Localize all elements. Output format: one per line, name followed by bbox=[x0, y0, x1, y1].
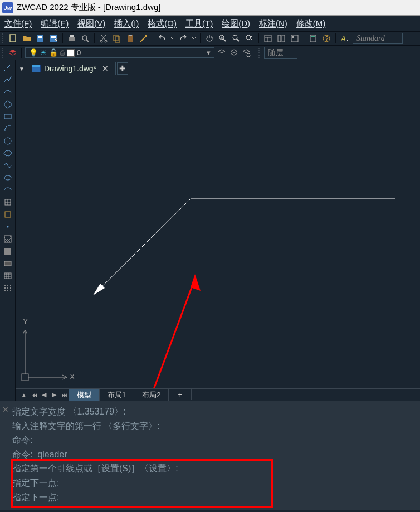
svg-rect-2 bbox=[38, 36, 42, 38]
toolbar-grip[interactable] bbox=[2, 33, 6, 43]
layer-prev-icon[interactable] bbox=[217, 48, 227, 58]
menu-view[interactable]: 视图(V) bbox=[77, 18, 105, 29]
undo-dropdown-icon[interactable] bbox=[170, 33, 175, 43]
block-insert-icon[interactable] bbox=[2, 197, 14, 207]
menu-format[interactable]: 格式(O) bbox=[148, 18, 177, 29]
bylayer-select[interactable]: 随层 bbox=[264, 47, 297, 59]
paste-icon[interactable] bbox=[125, 33, 136, 43]
layout-tab-2[interactable]: 布局2 bbox=[134, 389, 169, 401]
cmd-close-icon[interactable]: ✕ bbox=[2, 403, 9, 416]
circle-icon[interactable] bbox=[2, 136, 14, 146]
drawing-canvas[interactable]: X Y bbox=[16, 77, 420, 388]
svg-point-51 bbox=[7, 285, 8, 286]
layout-next-icon[interactable]: ▶ bbox=[49, 390, 59, 400]
gradient-icon[interactable] bbox=[2, 246, 14, 256]
menu-file[interactable]: 文件(F) bbox=[4, 18, 32, 29]
menu-edit[interactable]: 编辑(E) bbox=[41, 18, 69, 29]
menu-insert[interactable]: 插入(I) bbox=[114, 18, 139, 29]
svg-rect-11 bbox=[114, 35, 118, 41]
region-icon[interactable] bbox=[2, 259, 14, 269]
redo-dropdown-icon[interactable] bbox=[191, 33, 197, 43]
document-tab-active[interactable]: Drawing1.dwg* ✕ bbox=[27, 62, 116, 75]
svg-rect-25 bbox=[278, 35, 281, 42]
table-icon[interactable] bbox=[2, 271, 14, 281]
svg-rect-36 bbox=[4, 114, 11, 119]
svg-rect-44 bbox=[4, 261, 11, 266]
ellipse-arc-icon[interactable] bbox=[2, 185, 14, 195]
svg-rect-40 bbox=[5, 212, 11, 217]
layout-last-icon[interactable]: ⏭ bbox=[59, 390, 69, 400]
tab-dropdown-icon[interactable]: ▼ bbox=[18, 66, 26, 72]
text-style-icon[interactable]: A bbox=[339, 33, 350, 43]
color-swatch bbox=[67, 49, 75, 57]
layout-prev-icon[interactable]: ◀ bbox=[39, 390, 49, 400]
print-icon: ⎙ bbox=[60, 48, 65, 57]
revcloud-icon[interactable] bbox=[2, 148, 14, 158]
zoom-win-icon[interactable] bbox=[231, 33, 242, 43]
menu-draw[interactable]: 绘图(D) bbox=[222, 18, 250, 29]
new-icon[interactable] bbox=[8, 33, 19, 43]
layout-tab-model[interactable]: 模型 bbox=[69, 389, 100, 401]
save-icon[interactable] bbox=[35, 33, 46, 43]
preview-icon[interactable] bbox=[80, 33, 91, 43]
title-bar: Jw ZWCAD 2022 专业版 - [Drawing1.dwg] bbox=[0, 0, 420, 16]
window-title: ZWCAD 2022 专业版 - [Drawing1.dwg] bbox=[17, 2, 160, 13]
cut-icon[interactable] bbox=[98, 33, 109, 43]
rect-icon[interactable] bbox=[2, 111, 14, 121]
tab-close-icon[interactable]: ✕ bbox=[100, 64, 111, 73]
layer-state-icon[interactable] bbox=[229, 48, 239, 58]
arc-icon[interactable] bbox=[2, 124, 14, 134]
layout-tab-add[interactable]: + bbox=[169, 389, 192, 400]
match-icon[interactable] bbox=[138, 33, 149, 43]
help-icon[interactable]: ? bbox=[321, 33, 332, 43]
menu-modify[interactable]: 修改(M) bbox=[296, 18, 326, 29]
zoom-prev-icon[interactable] bbox=[244, 33, 255, 43]
hatch-icon[interactable] bbox=[2, 234, 14, 244]
print-icon[interactable] bbox=[66, 33, 77, 43]
svg-line-35 bbox=[4, 64, 11, 71]
block-make-icon[interactable] bbox=[2, 209, 14, 220]
polygon-icon[interactable] bbox=[2, 99, 14, 109]
command-window[interactable]: ✕ 指定文字宽度 〈1.353179〉: 输入注释文字的第一行 〈多行文字〉: … bbox=[0, 401, 420, 510]
grid-icon[interactable] bbox=[2, 283, 14, 293]
point-icon[interactable] bbox=[2, 222, 14, 232]
svg-point-57 bbox=[7, 290, 8, 291]
toolbar-grip[interactable] bbox=[258, 48, 262, 58]
zoom-rt-icon[interactable]: ± bbox=[217, 33, 228, 43]
copy-icon[interactable] bbox=[111, 33, 123, 43]
undo-icon[interactable] bbox=[157, 33, 168, 43]
svg-text:?: ? bbox=[325, 36, 329, 42]
menu-dim[interactable]: 标注(N) bbox=[259, 18, 287, 29]
layout-menu-icon[interactable]: ▴ bbox=[19, 390, 29, 400]
open-icon[interactable] bbox=[21, 33, 32, 43]
dc-icon[interactable] bbox=[276, 33, 287, 43]
ellipse-icon[interactable] bbox=[2, 173, 14, 183]
polyline-icon[interactable] bbox=[2, 75, 14, 85]
svg-point-38 bbox=[4, 175, 11, 180]
svg-rect-12 bbox=[115, 37, 120, 42]
line-icon[interactable] bbox=[2, 62, 14, 72]
layer-select[interactable]: 💡 ☀ 🔓 ⎙ 0 ▾ bbox=[25, 47, 214, 58]
saveas-icon[interactable] bbox=[48, 33, 59, 43]
toolbar-grip[interactable] bbox=[2, 48, 6, 58]
new-tab-button[interactable]: ✚ bbox=[117, 62, 128, 75]
svg-rect-6 bbox=[70, 35, 74, 37]
svg-line-8 bbox=[86, 40, 89, 42]
layer-mgr-icon[interactable] bbox=[8, 48, 18, 58]
layout-tab-1[interactable]: 布局1 bbox=[100, 389, 134, 401]
pan-icon[interactable] bbox=[204, 33, 215, 43]
redo-icon[interactable] bbox=[178, 33, 189, 43]
layer-walk-icon[interactable] bbox=[241, 48, 251, 58]
toolbar-standard: ± ? A Standard bbox=[0, 31, 420, 46]
arc-poly-icon[interactable] bbox=[2, 87, 14, 97]
tp-icon[interactable] bbox=[289, 33, 300, 43]
calc-icon[interactable] bbox=[307, 33, 319, 43]
menu-tools[interactable]: 工具(T) bbox=[185, 18, 213, 29]
spline-icon[interactable] bbox=[2, 160, 14, 170]
svg-point-55 bbox=[10, 287, 11, 289]
text-style-select[interactable]: Standard bbox=[353, 33, 403, 44]
layout-first-icon[interactable]: ⏮ bbox=[29, 390, 39, 400]
svg-rect-15 bbox=[145, 35, 147, 37]
layout-tabs: ▴ ⏮ ◀ ▶ ⏭ 模型 布局1 布局2 + bbox=[16, 388, 420, 401]
props-icon[interactable] bbox=[262, 33, 274, 43]
